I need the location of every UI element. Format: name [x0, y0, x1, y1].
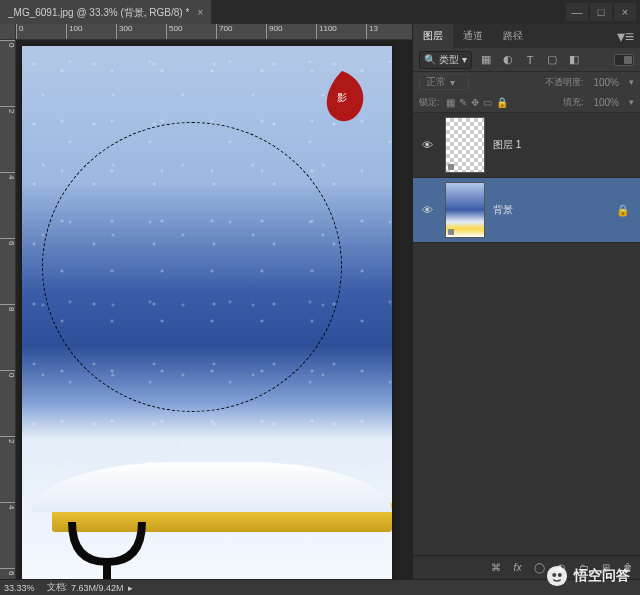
close-window-button[interactable]: ×	[614, 3, 636, 21]
layer-name[interactable]: 图层 1	[493, 138, 636, 152]
layer-options: 正常 ▾ 不透明度: 100% ▾ 锁定: ▦ ✎ ✥ ▭ 🔒 填充: 100%…	[413, 72, 640, 113]
window-controls: — □ ×	[566, 3, 640, 21]
zoom-level[interactable]: 33.33%	[4, 583, 35, 593]
tab-channels[interactable]: 通道	[453, 24, 493, 48]
tab-paths[interactable]: 路径	[493, 24, 533, 48]
text-filter-icon[interactable]: T	[522, 52, 538, 68]
visibility-toggle-icon[interactable]: 👁	[417, 139, 437, 151]
layer-thumbnail[interactable]	[445, 182, 485, 238]
shape-filter-icon[interactable]: ▢	[544, 52, 560, 68]
maximize-button[interactable]: □	[590, 3, 612, 21]
svg-point-2	[547, 566, 567, 586]
svg-text:志佩攝影: 志佩攝影	[330, 109, 354, 115]
tab-close-icon[interactable]: ×	[197, 7, 203, 18]
layer-thumbnail[interactable]	[445, 117, 485, 173]
fx-filter-icon[interactable]: ◐	[500, 52, 516, 68]
opacity-label: 不透明度:	[545, 76, 584, 89]
tab-info: (背景, RGB/8) *	[120, 6, 189, 20]
chevron-right-icon: ▸	[128, 583, 133, 593]
image-canvas[interactable]: 影 志佩攝影	[22, 46, 392, 579]
layer-list: 👁 图层 1 👁 背景 🔒	[413, 113, 640, 555]
svg-text:影: 影	[337, 92, 347, 103]
tab-zoom: 33.3%	[89, 7, 117, 18]
visibility-toggle-icon[interactable]: 👁	[417, 204, 437, 216]
lock-position-icon[interactable]: ✥	[471, 97, 479, 108]
image-filter-icon[interactable]: ▦	[478, 52, 494, 68]
blend-mode-select[interactable]: 正常 ▾	[419, 74, 469, 90]
brand-watermark: 悟空问答	[546, 565, 630, 587]
lock-artboard-icon[interactable]: ▭	[483, 97, 492, 108]
search-icon: 🔍	[424, 54, 436, 65]
canvas-viewport[interactable]: 影 志佩攝影	[16, 40, 412, 579]
brand-icon	[546, 565, 568, 587]
lock-label: 锁定:	[419, 96, 440, 109]
chevron-down-icon[interactable]: ▾	[629, 77, 634, 87]
bench-bracket	[62, 522, 152, 579]
document-tab[interactable]: _MG_6091.jpg @ 33.3% (背景, RGB/8) * ×	[0, 0, 211, 24]
chevron-down-icon: ▾	[450, 77, 455, 88]
svg-point-3	[552, 573, 556, 577]
lock-icon[interactable]: 🔒	[610, 204, 636, 217]
doc-size[interactable]: 文档: 7.63M/9.42M ▸	[47, 581, 133, 594]
photo-watermark: 影 志佩攝影	[312, 66, 372, 136]
panel-tab-bar: 图层 通道 路径 ▾≡	[413, 24, 640, 48]
layer-item[interactable]: 👁 图层 1	[413, 113, 640, 178]
horizontal-ruler[interactable]: 0100300500700900110013	[16, 24, 412, 40]
opacity-value[interactable]: 100%	[589, 77, 623, 88]
fill-label: 填充:	[563, 96, 584, 109]
ruler-origin[interactable]	[0, 24, 16, 40]
elliptical-selection-marquee[interactable]	[42, 122, 342, 412]
document-tab-bar: _MG_6091.jpg @ 33.3% (背景, RGB/8) * × — □…	[0, 0, 640, 24]
canvas-area: 0100300500700900110013 024680246 影 志佩攝影	[0, 24, 412, 579]
svg-point-4	[558, 573, 562, 577]
layer-name[interactable]: 背景	[493, 203, 610, 217]
status-bar: 33.33% 文档: 7.63M/9.42M ▸	[0, 579, 640, 595]
brand-text: 悟空问答	[574, 567, 630, 585]
lock-pixels-icon[interactable]: ✎	[459, 97, 467, 108]
layers-panel: 图层 通道 路径 ▾≡ 🔍 类型 ▾ ▦ ◐ T ▢ ◧ 正常 ▾	[412, 24, 640, 579]
vertical-ruler[interactable]: 024680246	[0, 40, 16, 579]
lock-controls: ▦ ✎ ✥ ▭ 🔒	[446, 97, 508, 108]
fx-icon[interactable]: fx	[509, 559, 526, 576]
panel-menu-icon[interactable]: ▾≡	[611, 24, 640, 48]
lock-all-icon[interactable]: 🔒	[496, 97, 508, 108]
chevron-down-icon[interactable]: ▾	[629, 97, 634, 107]
smartobj-filter-icon[interactable]: ◧	[566, 52, 582, 68]
fill-value[interactable]: 100%	[589, 97, 623, 108]
tab-filename: _MG_6091.jpg	[8, 7, 74, 18]
lock-transparency-icon[interactable]: ▦	[446, 97, 455, 108]
tab-layers[interactable]: 图层	[413, 24, 453, 48]
layer-filter-toolbar: 🔍 类型 ▾ ▦ ◐ T ▢ ◧	[413, 48, 640, 72]
minimize-button[interactable]: —	[566, 3, 588, 21]
filter-toggle[interactable]	[614, 54, 634, 66]
link-layers-icon[interactable]: ⌘	[487, 559, 504, 576]
layer-filter-type-select[interactable]: 🔍 类型 ▾	[419, 51, 472, 69]
chevron-down-icon: ▾	[462, 54, 467, 65]
layer-item[interactable]: 👁 背景 🔒	[413, 178, 640, 243]
